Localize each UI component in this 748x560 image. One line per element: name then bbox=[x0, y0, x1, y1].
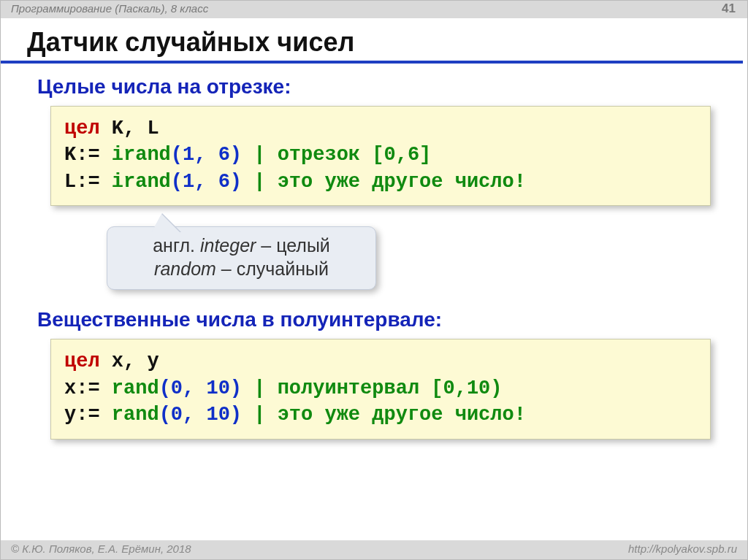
header: Программирование (Паскаль), 8 класс 41 bbox=[1, 1, 747, 18]
callout-text: – случайный bbox=[216, 258, 329, 279]
comment: | это уже другое число! bbox=[242, 171, 526, 193]
code-text: K:= bbox=[64, 144, 100, 166]
args: (0, 10) bbox=[159, 377, 242, 399]
func: rand bbox=[112, 377, 159, 399]
code-text: x:= bbox=[64, 377, 100, 399]
breadcrumb: Программирование (Паскаль), 8 класс bbox=[11, 2, 208, 15]
args: (0, 10) bbox=[159, 404, 242, 426]
args: (1, 6) bbox=[171, 144, 242, 166]
func: irand bbox=[112, 171, 171, 193]
func: rand bbox=[112, 404, 159, 426]
callout: англ. integer – целый random – случайный bbox=[107, 226, 376, 290]
page-number: 41 bbox=[722, 1, 736, 16]
section2-heading: Вещественные числа в полуинтервале: bbox=[37, 308, 718, 331]
args: (1, 6) bbox=[171, 171, 242, 193]
footer-right: http://kpolyakov.spb.ru bbox=[628, 542, 737, 555]
callout-em: integer bbox=[200, 235, 256, 256]
slide: Программирование (Паскаль), 8 класс 41 Д… bbox=[0, 0, 748, 560]
keyword: цел bbox=[64, 350, 100, 372]
callout-text: англ. bbox=[153, 235, 200, 256]
code-text: y:= bbox=[64, 404, 100, 426]
keyword: цел bbox=[64, 118, 100, 139]
callout-tail-icon bbox=[151, 214, 180, 233]
code-text: x, y bbox=[100, 350, 159, 372]
comment: | полуинтервал [0,10) bbox=[242, 377, 502, 399]
comment: | отрезок [0,6] bbox=[242, 144, 431, 166]
func: irand bbox=[112, 144, 171, 166]
callout-wrap: англ. integer – целый random – случайный bbox=[107, 216, 718, 304]
code-text: L:= bbox=[64, 171, 100, 193]
footer: © К.Ю. Поляков, Е.А. Ерёмин, 2018 http:/… bbox=[1, 540, 747, 559]
comment: | это уже другое число! bbox=[242, 404, 526, 426]
callout-em: random bbox=[154, 258, 216, 279]
code-block-2: цел x, y x:= rand(0, 10) | полуинтервал … bbox=[50, 339, 711, 439]
code-text: K, L bbox=[100, 118, 159, 139]
footer-left: © К.Ю. Поляков, Е.А. Ерёмин, 2018 bbox=[11, 542, 191, 555]
page-title: Датчик случайных чисел bbox=[1, 18, 743, 64]
code-block-1: цел K, L K:= irand(1, 6) | отрезок [0,6]… bbox=[50, 106, 711, 206]
callout-text: – целый bbox=[256, 235, 329, 256]
content: Целые числа на отрезке: цел K, L K:= ira… bbox=[1, 64, 747, 440]
section1-heading: Целые числа на отрезке: bbox=[37, 75, 718, 99]
